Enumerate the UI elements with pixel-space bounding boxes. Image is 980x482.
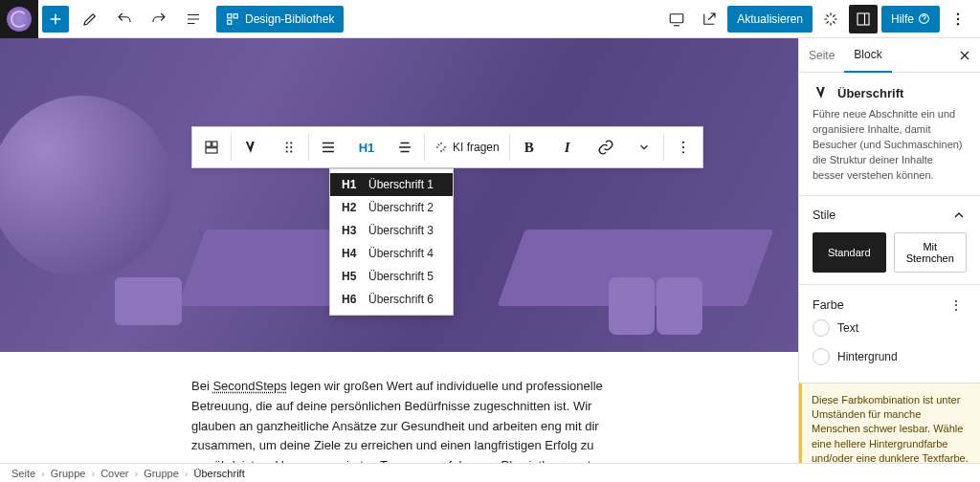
heading-option-h5[interactable]: H5Überschrift 5	[330, 265, 453, 288]
styles-panel-toggle[interactable]: Stile	[813, 208, 967, 223]
style-asterisk-button[interactable]: Mit Sternchen	[894, 232, 968, 273]
update-button[interactable]: Aktualisieren	[727, 6, 813, 33]
settings-sidebar: Seite Block Überschrift Führe neue Absch…	[798, 38, 980, 463]
link-button[interactable]	[587, 128, 625, 166]
breadcrumb: Seite› Gruppe› Cover› Gruppe› Überschrif…	[0, 463, 980, 482]
svg-point-6	[957, 12, 959, 14]
heading-option-h3[interactable]: H3Überschrift 3	[330, 219, 453, 242]
svg-point-20	[682, 151, 684, 153]
breadcrumb-item[interactable]: Gruppe	[144, 468, 179, 479]
breadcrumb-item[interactable]: Seite	[11, 468, 35, 479]
svg-rect-2	[228, 20, 232, 24]
decor-towel	[609, 277, 655, 335]
svg-point-19	[682, 146, 684, 148]
contrast-warning: Diese Farbkombination ist unter Umstände…	[799, 383, 980, 463]
more-formatting-button[interactable]	[625, 128, 663, 166]
svg-point-7	[957, 17, 959, 19]
svg-point-18	[682, 142, 684, 143]
svg-rect-9	[206, 142, 211, 146]
heading-icon	[813, 84, 830, 101]
svg-point-12	[286, 142, 288, 143]
svg-rect-0	[228, 13, 232, 17]
svg-rect-1	[234, 13, 237, 17]
body-paragraph[interactable]: Bei SecondSteps legen wir großen Wert au…	[191, 377, 607, 463]
breadcrumb-item[interactable]: Cover	[100, 468, 128, 479]
bold-button[interactable]: B	[510, 128, 548, 166]
editor-canvas[interactable]: Vertrau… f unsere …ung nbaren H1 KI frag…	[0, 38, 798, 463]
add-block-button[interactable]	[42, 6, 69, 33]
svg-rect-4	[858, 13, 869, 25]
bg-color-swatch	[813, 348, 830, 365]
settings-panel-toggle[interactable]	[849, 5, 878, 33]
help-button[interactable]: Hilfe	[881, 6, 940, 33]
style-standard-button[interactable]: Standard	[813, 232, 886, 273]
breadcrumb-current: Überschrift	[194, 468, 245, 479]
site-logo[interactable]	[0, 0, 38, 38]
block-toolbar: H1 KI fragen B I	[191, 126, 703, 168]
close-sidebar-button[interactable]	[949, 40, 980, 71]
color-options-button[interactable]: ⋮	[946, 296, 967, 314]
heading-option-h4[interactable]: H4Überschrift 4	[330, 242, 453, 265]
parent-block-button[interactable]	[192, 128, 231, 166]
decor-ball	[0, 96, 172, 277]
heading-option-h6[interactable]: H6Überschrift 6	[330, 288, 453, 311]
color-bg-row[interactable]: Hintergrund	[813, 342, 967, 371]
color-text-row[interactable]: Text	[813, 314, 967, 342]
block-description: Führe neue Abschnitte ein und organisier…	[813, 107, 967, 184]
heading-level-button[interactable]: H1	[347, 128, 386, 166]
svg-point-14	[286, 146, 288, 148]
italic-button[interactable]: I	[548, 128, 587, 166]
decor-towel	[657, 277, 702, 335]
ai-sparkle-button[interactable]	[816, 5, 845, 33]
tab-block[interactable]: Block	[844, 38, 891, 73]
open-preview-button[interactable]	[695, 5, 724, 33]
list-view-button[interactable]	[180, 6, 207, 33]
tab-page[interactable]: Seite	[799, 39, 844, 72]
align-button[interactable]	[309, 128, 347, 166]
block-name: Überschrift	[837, 86, 903, 100]
heading-option-h2[interactable]: H2Überschrift 2	[330, 196, 453, 219]
block-options-button[interactable]	[664, 128, 702, 166]
design-library-label: Design-Bibliothek	[245, 12, 334, 26]
ai-ask-button[interactable]: KI fragen	[425, 128, 509, 166]
svg-point-16	[286, 150, 288, 152]
svg-point-13	[290, 142, 292, 143]
text-color-swatch	[813, 319, 830, 337]
svg-point-8	[957, 23, 959, 25]
heading-level-dropdown: H1Überschrift 1 H2Überschrift 2 H3Übersc…	[329, 168, 454, 316]
view-desktop-button[interactable]	[662, 5, 691, 33]
redo-button[interactable]	[145, 6, 172, 33]
undo-button[interactable]	[111, 6, 138, 33]
design-library-button[interactable]: Design-Bibliothek	[216, 6, 344, 33]
breadcrumb-item[interactable]: Gruppe	[51, 468, 86, 479]
block-type-button[interactable]	[232, 128, 270, 166]
edit-mode-button[interactable]	[77, 6, 103, 33]
more-options-button[interactable]	[944, 5, 972, 33]
svg-rect-10	[212, 142, 217, 146]
svg-point-17	[290, 150, 292, 152]
drag-handle[interactable]	[270, 128, 308, 166]
decor-towel	[115, 277, 182, 325]
svg-rect-11	[206, 148, 217, 153]
heading-option-h1[interactable]: H1Überschrift 1	[330, 173, 453, 196]
svg-rect-3	[671, 13, 684, 22]
color-panel-title: Farbe	[813, 298, 844, 312]
text-align-button[interactable]	[386, 128, 424, 166]
chevron-up-icon	[951, 208, 967, 223]
svg-point-15	[290, 146, 292, 148]
